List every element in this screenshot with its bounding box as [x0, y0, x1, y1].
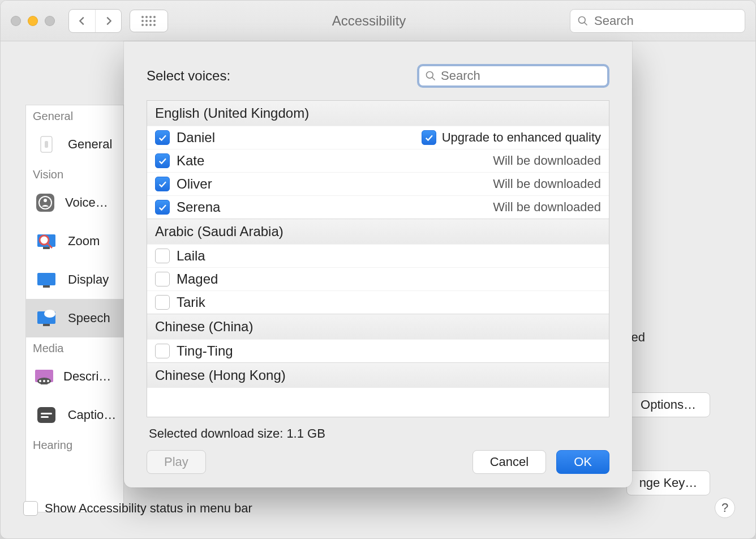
svg-point-1 [145, 16, 148, 18]
voice-list[interactable]: English (United Kingdom)DanielUpgrade to… [147, 100, 609, 417]
sheet-search-input[interactable] [441, 69, 602, 83]
nav-back[interactable] [69, 10, 95, 32]
sidebar-item-label: Speech [68, 311, 110, 326]
download-status: Will be downloaded [493, 200, 601, 215]
titlebar-search[interactable] [570, 9, 745, 33]
upgrade-checkbox[interactable] [422, 130, 436, 145]
svg-point-6 [149, 20, 152, 22]
ok-button[interactable]: OK [556, 450, 609, 474]
nav-back-forward [68, 9, 122, 33]
sidebar-group-label: General [26, 105, 123, 125]
voice-checkbox[interactable] [155, 295, 170, 310]
voice-row[interactable]: Ting-Ting [147, 339, 609, 362]
search-icon [425, 70, 436, 82]
nav-forward[interactable] [95, 10, 121, 32]
window-title: Accessibility [168, 13, 570, 29]
sidebar-item-label: Display [68, 272, 109, 287]
svg-point-33 [47, 380, 49, 382]
voice-name: Tarik [177, 294, 205, 310]
show-status-label: Show Accessibility status in menu bar [45, 501, 252, 516]
svg-point-10 [149, 24, 152, 26]
voice-row[interactable]: Laila [147, 244, 609, 267]
svg-rect-34 [37, 407, 55, 423]
svg-point-2 [149, 16, 152, 18]
voice-section-header: Chinese (China) [147, 314, 609, 339]
sidebar-item-label: Zoom [68, 234, 100, 249]
search-icon [577, 15, 589, 27]
titlebar-search-input[interactable] [594, 14, 738, 28]
show-status-checkbox[interactable] [23, 501, 38, 516]
general-icon [33, 131, 60, 158]
display-icon [33, 266, 60, 293]
help-button[interactable]: ? [715, 498, 735, 518]
svg-line-38 [432, 78, 435, 80]
sidebar-group-label: Vision [26, 164, 123, 183]
voice-row[interactable]: DanielUpgrade to enhanced quality [147, 126, 609, 149]
svg-point-12 [579, 16, 586, 23]
voice-checkbox[interactable] [155, 130, 170, 145]
svg-point-5 [145, 20, 148, 22]
descriptions-icon [33, 363, 55, 390]
download-status: Will be downloaded [493, 153, 601, 168]
sidebar-item-display[interactable]: Display [26, 260, 123, 299]
svg-point-11 [153, 24, 156, 26]
voices-sheet: Select voices: English (United Kingdom)D… [124, 41, 632, 487]
sidebar-item-descriptions[interactable]: Descriptions [26, 357, 123, 396]
svg-rect-15 [45, 141, 48, 148]
svg-point-18 [44, 199, 47, 202]
svg-point-0 [141, 16, 144, 18]
svg-point-9 [145, 24, 148, 26]
sidebar-item-label: Captions [68, 408, 117, 422]
svg-rect-26 [43, 324, 50, 326]
voice-name: Oliver [177, 176, 212, 192]
window-zoom[interactable] [45, 16, 55, 26]
options-button[interactable]: Options… [626, 392, 710, 417]
speech-icon [33, 305, 60, 332]
captions-icon [33, 401, 60, 429]
svg-point-7 [153, 20, 156, 22]
category-sidebar[interactable]: GeneralGeneralVisionVoiceOverZoomDisplay… [25, 105, 124, 512]
sidebar-item-zoom[interactable]: Zoom [26, 222, 123, 260]
svg-point-27 [44, 310, 55, 318]
voice-checkbox[interactable] [155, 177, 170, 191]
traffic-lights [11, 16, 55, 26]
voice-row[interactable]: KateWill be downloaded [147, 149, 609, 172]
sidebar-item-general[interactable]: General [26, 125, 123, 164]
voice-checkbox[interactable] [155, 153, 170, 168]
voice-row[interactable]: OliverWill be downloaded [147, 172, 609, 195]
svg-rect-35 [41, 413, 52, 414]
voice-section-header: English (United Kingdom) [147, 101, 609, 126]
voice-section-header: Arabic (Saudi Arabia) [147, 219, 609, 244]
voice-checkbox[interactable] [155, 249, 170, 263]
sidebar-item-speech[interactable]: Speech [26, 299, 123, 337]
voice-name: Daniel [177, 130, 215, 146]
upgrade-label: Upgrade to enhanced quality [442, 130, 601, 145]
play-button[interactable]: Play [147, 450, 206, 474]
voice-checkbox[interactable] [155, 344, 170, 358]
sheet-header: Select voices: [147, 64, 609, 88]
titlebar: Accessibility [1, 1, 755, 41]
voice-row[interactable]: SerenaWill be downloaded [147, 195, 609, 219]
download-status: Will be downloaded [493, 177, 601, 191]
window-close[interactable] [11, 16, 21, 26]
change-key-button[interactable]: nge Key… [626, 470, 710, 495]
sheet-buttons: Play Cancel OK [147, 450, 609, 474]
sidebar-item-label: General [68, 137, 112, 152]
show-all-button[interactable] [130, 10, 168, 32]
voice-checkbox[interactable] [155, 200, 170, 215]
sidebar-item-captions[interactable]: Captions [26, 396, 123, 434]
cancel-button[interactable]: Cancel [472, 450, 546, 474]
window-minimize[interactable] [28, 16, 38, 26]
voice-name: Maged [177, 271, 218, 287]
svg-rect-23 [37, 273, 55, 285]
voice-name: Serena [177, 199, 220, 215]
sidebar-group-label: Hearing [26, 434, 123, 454]
voice-row[interactable]: Tarik [147, 290, 609, 314]
sidebar-item-voiceover[interactable]: VoiceOver [26, 183, 123, 222]
voice-name: Kate [177, 153, 204, 169]
sheet-search[interactable] [417, 64, 609, 88]
svg-point-32 [43, 380, 45, 382]
voice-checkbox[interactable] [155, 272, 170, 286]
voice-row[interactable]: Maged [147, 267, 609, 290]
voiceover-icon [33, 189, 57, 216]
